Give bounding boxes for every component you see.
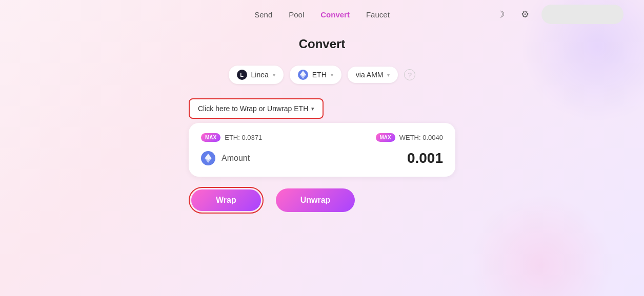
action-buttons: Wrap Unwrap: [189, 187, 355, 214]
eth-balance-item: MAX ETH: 0.0371: [201, 133, 262, 142]
route-selector[interactable]: via AMM ▾: [348, 67, 398, 83]
nav-convert[interactable]: Convert: [320, 10, 350, 19]
eth-diamond-icon: [300, 71, 306, 79]
network-selector[interactable]: L Linea ▾: [229, 66, 284, 84]
wrap-button-container: Wrap: [189, 187, 264, 214]
amount-card: MAX ETH: 0.0371 MAX WETH: 0.0040 Amount …: [189, 123, 455, 177]
wrap-toggle-label: Click here to Wrap or Unwrap ETH: [198, 104, 308, 113]
token-selector[interactable]: ETH ▾: [290, 66, 341, 84]
wrap-section: Click here to Wrap or Unwrap ETH ▾ MAX E…: [189, 98, 455, 214]
wrap-toggle-caret-icon: ▾: [311, 105, 314, 112]
settings-button[interactable]: ⚙: [517, 6, 533, 23]
eth-balance-text: ETH: 0.0371: [225, 134, 262, 141]
nav-links: Send Pool Convert Faucet: [254, 10, 390, 19]
main-content: Convert L Linea ▾ ETH ▾ via AMM ▾ ?: [0, 29, 644, 214]
wallet-connect-button[interactable]: [541, 5, 623, 24]
eth-max-button[interactable]: MAX: [201, 133, 220, 142]
help-icon[interactable]: ?: [404, 69, 415, 80]
network-chevron-icon: ▾: [273, 72, 275, 78]
nav-send[interactable]: Send: [254, 10, 272, 19]
weth-balance-item: MAX WETH: 0.0040: [376, 133, 444, 142]
amount-row: Amount 0.001: [201, 150, 443, 166]
dark-mode-button[interactable]: ☽: [492, 6, 509, 23]
amount-value: 0.001: [407, 150, 443, 166]
navigation: Send Pool Convert Faucet ☽ ⚙: [0, 0, 644, 29]
wrap-button[interactable]: Wrap: [191, 189, 261, 211]
network-label: Linea: [251, 71, 269, 79]
wrap-toggle-button[interactable]: Click here to Wrap or Unwrap ETH ▾: [189, 98, 324, 119]
route-label: via AMM: [356, 71, 384, 79]
token-chevron-icon: ▾: [331, 72, 333, 78]
weth-max-button[interactable]: MAX: [376, 133, 395, 142]
weth-balance-text: WETH: 0.0040: [399, 134, 443, 141]
token-label: ETH: [312, 71, 327, 79]
amount-eth-icon: [201, 151, 215, 165]
balance-row: MAX ETH: 0.0371 MAX WETH: 0.0040: [201, 133, 443, 142]
nav-pool[interactable]: Pool: [289, 10, 304, 19]
route-chevron-icon: ▾: [387, 72, 390, 78]
unwrap-button[interactable]: Unwrap: [276, 188, 355, 212]
linea-icon: L: [237, 70, 247, 80]
filter-row: L Linea ▾ ETH ▾ via AMM ▾ ?: [229, 66, 416, 84]
page-title: Convert: [299, 37, 346, 51]
amount-label: Amount: [222, 154, 401, 163]
nav-faucet[interactable]: Faucet: [366, 10, 390, 19]
moon-icon: ☽: [496, 9, 505, 20]
linea-letter: L: [240, 72, 244, 78]
eth-icon: [298, 70, 308, 80]
gear-icon: ⚙: [521, 9, 529, 20]
nav-right: ☽ ⚙: [492, 5, 623, 24]
